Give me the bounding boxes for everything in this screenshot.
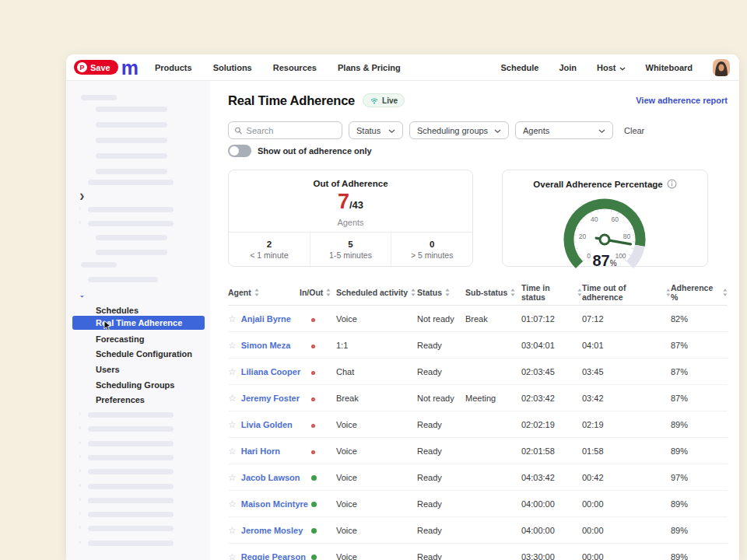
sidebar-row-quality-management[interactable]: ❯	[66, 189, 210, 203]
column-label: Sub-status	[465, 288, 507, 297]
sort-icon[interactable]	[445, 289, 450, 296]
nav-item-host[interactable]: Host	[597, 63, 625, 72]
scheduled-activity-cell: Chat	[336, 367, 417, 376]
sidebar-item-scheduling-groups[interactable]: Scheduling Groups	[72, 378, 205, 392]
star-icon[interactable]: ☆	[228, 367, 237, 376]
time-in-status-cell: 04:00:00	[521, 526, 582, 535]
svg-text:0: 0	[587, 252, 591, 260]
agent-cell: ☆Livia Golden	[228, 420, 300, 429]
table-header-row: AgentIn/OutScheduled activityStatusSub-s…	[228, 279, 728, 306]
adherence-cell: 89%	[671, 420, 728, 429]
status-cell: Ready	[417, 446, 465, 456]
filter-dropdown-scheduling-groups[interactable]: Scheduling groups	[409, 121, 509, 139]
column-header-status[interactable]: Status	[417, 288, 465, 297]
dropdown-label: Scheduling groups	[417, 126, 488, 135]
column-header-adherence[interactable]: Adherence %	[671, 283, 728, 302]
nav-item-whiteboard[interactable]: Whiteboard	[646, 63, 693, 72]
table-row: ☆Jacob LawsonVoiceReady04:03:4200:4297%	[228, 464, 728, 491]
chevron-down-icon	[598, 126, 605, 135]
agent-link[interactable]: Jacob Lawson	[241, 473, 300, 482]
agent-link[interactable]: Hari Horn	[241, 446, 280, 456]
sidebar-item-users[interactable]: Users	[72, 362, 205, 376]
info-icon[interactable]	[667, 179, 677, 189]
sidebar-item-forecasting[interactable]: Forecasting	[72, 332, 205, 346]
nav-item-plans-pricing[interactable]: Plans & Pricing	[338, 63, 401, 72]
time-out-of-adherence-cell: 00:42	[582, 473, 671, 482]
sort-icon[interactable]	[510, 289, 515, 296]
star-icon[interactable]: ☆	[228, 499, 237, 509]
sort-icon[interactable]	[723, 289, 728, 296]
star-icon[interactable]: ☆	[228, 420, 237, 429]
pinterest-save-button[interactable]: P Save	[74, 60, 118, 75]
agent-link[interactable]: Livia Golden	[241, 420, 293, 429]
bucket-value: 2	[229, 240, 310, 249]
column-header-scheduled-activity[interactable]: Scheduled activity	[336, 288, 417, 297]
nav-item-solutions[interactable]: Solutions	[213, 63, 252, 72]
time-out-of-adherence-cell: 03:42	[582, 394, 671, 403]
column-header-agent[interactable]: Agent	[228, 288, 300, 297]
agent-link[interactable]: Maison Mcintyre	[241, 499, 308, 509]
table-row: ☆Reggie PearsonVoiceReady03:30:0000:0089…	[228, 544, 728, 560]
agent-link[interactable]: Anjali Byrne	[241, 314, 291, 324]
scheduled-activity-cell: Voice	[336, 420, 417, 429]
agent-cell: ☆Jeremy Foster	[228, 394, 300, 403]
adherence-cell: 89%	[671, 526, 728, 535]
summary-cards: Out of Adherence 7/43 Agents 2< 1 minute…	[228, 170, 728, 267]
inout-cell	[300, 420, 336, 429]
table-row: ☆Hari HornVoiceReady02:01:5801:5889%	[228, 438, 728, 464]
star-icon[interactable]: ☆	[228, 314, 237, 324]
save-button-label: Save	[90, 63, 110, 72]
view-adherence-report-link[interactable]: View adherence report	[636, 96, 728, 105]
time-out-of-adherence-cell: 03:45	[582, 367, 671, 376]
sidebar-row-workforce-management[interactable]: ⌄	[66, 288, 210, 302]
star-icon[interactable]: ☆	[228, 341, 237, 350]
status-cell: Ready	[417, 526, 465, 535]
star-icon[interactable]: ☆	[228, 526, 237, 535]
agent-link[interactable]: Jeremy Foster	[241, 394, 300, 403]
filter-dropdown-status[interactable]: Status	[349, 121, 403, 139]
column-header-sub-status[interactable]: Sub-status	[465, 288, 521, 297]
sidebar-item-schedule-configuration[interactable]: Schedule Configuration	[72, 347, 205, 361]
dropdown-label: Status	[356, 126, 381, 135]
star-icon[interactable]: ☆	[228, 394, 237, 403]
column-header-time-out-of-adherence[interactable]: Time out of adherence	[582, 283, 671, 302]
nav-item-products[interactable]: Products	[155, 63, 192, 72]
filter-dropdown-agents[interactable]: Agents	[515, 121, 613, 139]
sidebar-item-preferences[interactable]: Preferences	[72, 393, 205, 407]
star-icon[interactable]: ☆	[228, 552, 237, 560]
sort-icon[interactable]	[254, 289, 259, 296]
show-out-of-adherence-toggle[interactable]	[228, 145, 251, 157]
nav-item-join[interactable]: Join	[559, 63, 577, 72]
column-header-in-out[interactable]: In/Out	[300, 288, 336, 297]
sort-icon[interactable]	[326, 289, 331, 296]
agent-link[interactable]: Reggie Pearson	[241, 552, 306, 560]
search-input[interactable]	[247, 126, 336, 135]
skeleton-chevron: ›	[79, 425, 81, 431]
nav-item-resources[interactable]: Resources	[273, 63, 317, 72]
app-logo[interactable]: m	[121, 60, 138, 75]
skeleton-bar	[88, 426, 174, 432]
agent-link[interactable]: Simon Meza	[241, 341, 291, 350]
adherence-cell: 97%	[671, 473, 728, 482]
sidebar-item-real-time-adherence[interactable]: Real Time Adherence	[72, 316, 205, 330]
agent-link[interactable]: Jerome Mosley	[241, 526, 303, 535]
sub-status-cell: Break	[465, 314, 521, 324]
nav-item-schedule[interactable]: Schedule	[501, 63, 539, 72]
status-cell: Ready	[417, 499, 465, 509]
table-row: ☆Maison McintyreVoiceReady04:00:0000:008…	[228, 491, 728, 517]
clear-filters-button[interactable]: Clear	[624, 126, 644, 135]
avatar[interactable]	[713, 59, 730, 76]
agent-link[interactable]: Liliana Cooper	[241, 367, 300, 376]
star-icon[interactable]: ☆	[228, 473, 237, 482]
time-out-of-adherence-cell: 01:58	[582, 446, 671, 456]
time-in-status-cell: 04:03:42	[521, 473, 582, 482]
sort-icon[interactable]	[411, 289, 416, 296]
column-header-time-in-status[interactable]: Time in status	[521, 283, 582, 302]
star-icon[interactable]: ☆	[228, 446, 237, 456]
in-adherence-dot	[311, 475, 317, 481]
column-label: Time in status	[521, 283, 574, 302]
skeleton-bar	[96, 235, 167, 240]
column-label: Agent	[228, 288, 251, 297]
status-cell: Ready	[417, 473, 465, 482]
in-adherence-dot	[311, 555, 317, 560]
